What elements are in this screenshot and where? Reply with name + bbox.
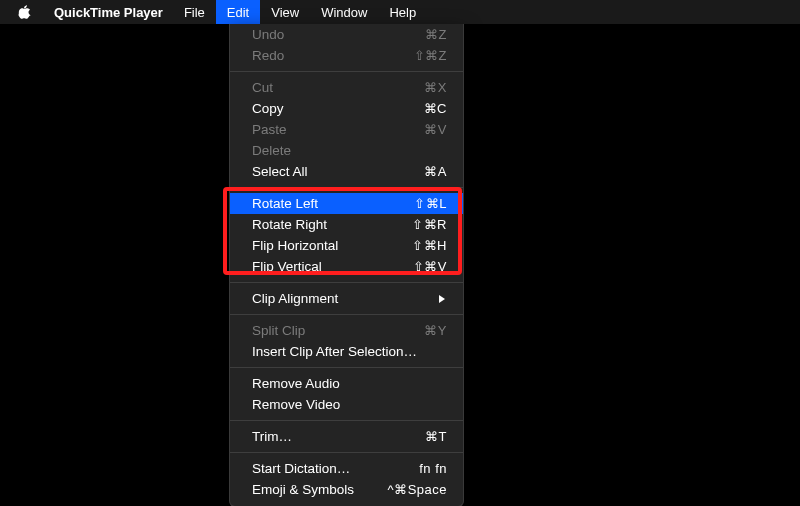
- menu-item-label: Remove Audio: [252, 373, 340, 394]
- menu-item-shortcut: ⌘V: [424, 119, 447, 140]
- menu-item-flip-horizontal[interactable]: Flip Horizontal⇧⌘H: [230, 235, 463, 256]
- menu-item-paste: Paste⌘V: [230, 119, 463, 140]
- menu-item-shortcut: ^⌘Space: [388, 479, 447, 500]
- menu-item-delete: Delete: [230, 140, 463, 161]
- menu-separator: [230, 314, 463, 315]
- menu-item-emoji-symbols[interactable]: Emoji & Symbols^⌘Space: [230, 479, 463, 500]
- menu-item-rotate-right[interactable]: Rotate Right⇧⌘R: [230, 214, 463, 235]
- menubar: QuickTime Player FileEditViewWindowHelp: [0, 0, 800, 24]
- menu-item-label: Copy: [252, 98, 284, 119]
- menu-item-label: Split Clip: [252, 320, 305, 341]
- apple-logo-icon[interactable]: [14, 0, 34, 24]
- menu-item-redo: Redo⇧⌘Z: [230, 45, 463, 66]
- menu-item-label: Remove Video: [252, 394, 340, 415]
- menu-separator: [230, 187, 463, 188]
- menu-item-label: Delete: [252, 140, 291, 161]
- menu-item-split-clip: Split Clip⌘Y: [230, 320, 463, 341]
- menu-window[interactable]: Window: [310, 0, 378, 24]
- menu-separator: [230, 282, 463, 283]
- menu-item-label: Clip Alignment: [252, 288, 338, 309]
- menu-edit[interactable]: Edit: [216, 0, 260, 24]
- menu-item-shortcut: ⇧⌘H: [412, 235, 447, 256]
- menu-item-shortcut: ⌘Y: [424, 320, 447, 341]
- menu-item-clip-alignment[interactable]: Clip Alignment: [230, 288, 463, 309]
- menu-item-remove-audio[interactable]: Remove Audio: [230, 373, 463, 394]
- menu-item-label: Start Dictation…: [252, 458, 350, 479]
- menu-view[interactable]: View: [260, 0, 310, 24]
- menu-item-cut: Cut⌘X: [230, 77, 463, 98]
- menu-item-remove-video[interactable]: Remove Video: [230, 394, 463, 415]
- menu-item-start-dictation[interactable]: Start Dictation…fn fn: [230, 458, 463, 479]
- menu-item-label: Flip Horizontal: [252, 235, 338, 256]
- menu-item-shortcut: fn fn: [419, 458, 447, 479]
- menu-item-copy[interactable]: Copy⌘C: [230, 98, 463, 119]
- menu-item-insert-clip-after-selection[interactable]: Insert Clip After Selection…: [230, 341, 463, 362]
- menu-file[interactable]: File: [173, 0, 216, 24]
- menu-item-label: Flip Vertical: [252, 256, 322, 277]
- submenu-arrow-icon: [439, 295, 445, 303]
- menu-item-label: Cut: [252, 77, 273, 98]
- menu-item-trim[interactable]: Trim…⌘T: [230, 426, 463, 447]
- menu-item-select-all[interactable]: Select All⌘A: [230, 161, 463, 182]
- menu-item-shortcut: ⇧⌘R: [412, 214, 447, 235]
- menu-item-label: Insert Clip After Selection…: [252, 341, 417, 362]
- menu-item-label: Undo: [252, 24, 284, 45]
- menu-item-shortcut: ⌘A: [424, 161, 447, 182]
- menu-item-label: Paste: [252, 119, 287, 140]
- menu-item-shortcut: ⇧⌘L: [414, 193, 447, 214]
- menu-separator: [230, 420, 463, 421]
- menu-item-flip-vertical[interactable]: Flip Vertical⇧⌘V: [230, 256, 463, 277]
- menu-item-label: Redo: [252, 45, 284, 66]
- menu-item-label: Rotate Left: [252, 193, 318, 214]
- menu-help[interactable]: Help: [378, 0, 427, 24]
- menu-item-shortcut: ⌘C: [424, 98, 447, 119]
- menu-item-shortcut: ⌘T: [425, 426, 447, 447]
- edit-menu-dropdown: Undo⌘ZRedo⇧⌘ZCut⌘XCopy⌘CPaste⌘VDeleteSel…: [229, 24, 464, 506]
- menu-item-shortcut: ⇧⌘Z: [414, 45, 447, 66]
- menu-item-label: Select All: [252, 161, 308, 182]
- menu-separator: [230, 367, 463, 368]
- menu-item-shortcut: ⇧⌘V: [413, 256, 447, 277]
- menu-separator: [230, 71, 463, 72]
- menu-item-undo: Undo⌘Z: [230, 24, 463, 45]
- menu-separator: [230, 452, 463, 453]
- menu-item-label: Rotate Right: [252, 214, 327, 235]
- menu-item-shortcut: ⌘X: [424, 77, 447, 98]
- menu-item-rotate-left[interactable]: Rotate Left⇧⌘L: [230, 193, 463, 214]
- menu-item-label: Emoji & Symbols: [252, 479, 354, 500]
- menu-item-shortcut: ⌘Z: [425, 24, 447, 45]
- app-name[interactable]: QuickTime Player: [44, 0, 173, 24]
- menu-item-label: Trim…: [252, 426, 292, 447]
